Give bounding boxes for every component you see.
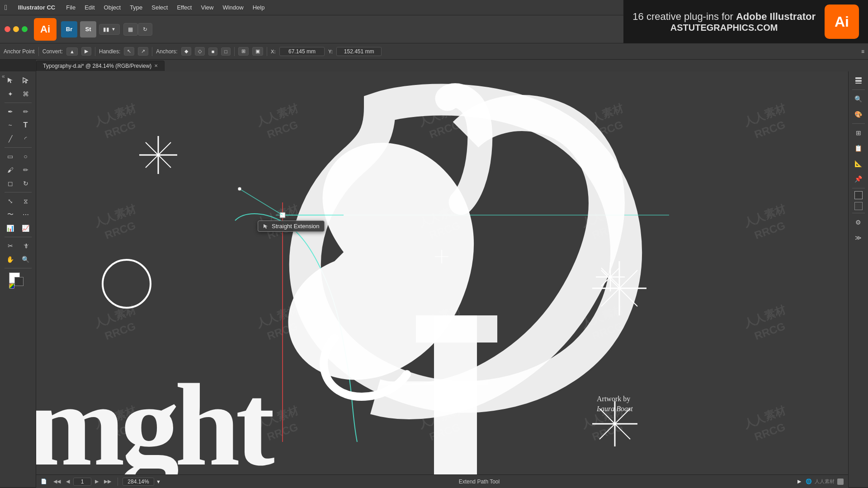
hand-tool[interactable]: ✋ <box>3 253 18 266</box>
menu-help[interactable]: Help <box>248 3 269 12</box>
scale-tool[interactable]: ⤡ <box>3 195 18 207</box>
svg-rect-4 <box>434 315 477 474</box>
selection-tool[interactable] <box>3 74 18 87</box>
paintbrush-tool[interactable]: 🖌 <box>3 164 18 176</box>
panel-separator-3 <box>852 188 865 188</box>
ellipse-tool[interactable]: ○ <box>19 150 33 163</box>
panel-btn-search[interactable]: 🔍 <box>852 93 865 105</box>
direct-selection-tool[interactable] <box>19 74 33 87</box>
panel-btn-color[interactable]: 🎨 <box>852 108 865 121</box>
pen-tool[interactable]: ✒ <box>3 105 18 118</box>
gradient-row: 〜 ⋯ <box>3 208 33 221</box>
line-segment-tool[interactable]: ╱ <box>3 132 18 145</box>
page-input[interactable] <box>73 478 91 486</box>
menu-window[interactable]: Window <box>218 3 248 12</box>
magic-wand-tool[interactable]: ✦ <box>3 88 18 100</box>
stroke-swatch[interactable] <box>854 202 863 210</box>
bridge-icon[interactable]: Br <box>61 21 77 38</box>
select-option[interactable]: ▣ <box>252 47 263 56</box>
handles-btn-2[interactable]: ↗ <box>138 47 148 56</box>
prev-page-btn[interactable]: ◀◀ <box>52 478 62 485</box>
zoom-input[interactable] <box>123 478 154 486</box>
rotate-tool[interactable]: ↻ <box>19 177 33 190</box>
curvature-tool[interactable]: ~ <box>3 119 18 131</box>
stock-icon[interactable]: St <box>80 21 96 38</box>
fill-swatch[interactable] <box>854 191 863 199</box>
handles-btn-1[interactable]: ↖ <box>124 47 134 56</box>
close-button[interactable] <box>5 26 10 32</box>
page-indicator: 📄 <box>41 479 47 484</box>
convert-btn-2[interactable]: ▶ <box>81 47 91 56</box>
brand-line1: 16 creative plug-ins for Adobe Illustrat… <box>632 11 816 23</box>
panel-btn-expand[interactable]: ≫ <box>852 231 865 244</box>
color-swatches[interactable] <box>9 272 27 289</box>
anchors-btn-3[interactable]: ■ <box>208 47 218 56</box>
panel-btn-settings[interactable]: ⚙ <box>852 216 865 229</box>
minimize-button[interactable] <box>13 26 19 32</box>
canvas-area[interactable]: 人人素材RRCG 人人素材RRCG 人人素材RRCG 人人素材RRCG 人人素材… <box>36 71 848 474</box>
convert-btn-1[interactable]: ▲ <box>66 47 78 56</box>
doc-tab-title: Typography-d.ai* @ 284.14% (RGB/Preview) <box>43 63 151 69</box>
panel-btn-4[interactable]: 📌 <box>852 173 865 185</box>
zoom-arrow[interactable]: ▼ <box>156 479 161 484</box>
x-input[interactable] <box>279 47 325 56</box>
extend-tool-arrow[interactable]: ▶ <box>797 479 801 484</box>
menu-view[interactable]: View <box>196 3 218 12</box>
tab-close-btn[interactable]: ✕ <box>154 63 158 68</box>
zoom-tool[interactable]: 🔍 <box>19 253 33 266</box>
menu-type[interactable]: Type <box>125 3 147 12</box>
column-graph-tool[interactable]: 📈 <box>19 222 33 235</box>
y-input[interactable] <box>336 47 382 56</box>
panel-toggle-btn[interactable]: « <box>2 73 5 80</box>
panel-btn-grid[interactable]: ⊞ <box>852 127 865 139</box>
knife-tool[interactable]: 🗡 <box>19 239 33 252</box>
lasso-tool[interactable]: ⌘ <box>19 88 33 100</box>
panel-btn-1[interactable] <box>852 74 865 87</box>
pencil-tool[interactable]: ✏ <box>19 164 33 176</box>
anchors-btn-1[interactable]: ◆ <box>181 47 191 56</box>
tooltip: Straight Extension <box>258 221 325 232</box>
warp-tool[interactable]: 〜 <box>3 208 18 221</box>
next-page-btn[interactable]: ▶▶ <box>102 478 113 485</box>
menu-select[interactable]: Select <box>147 3 172 12</box>
panel-options-btn[interactable]: ≡ <box>861 48 864 55</box>
type-tool[interactable]: T <box>19 119 33 131</box>
arrange-windows-btn[interactable]: ▦ <box>123 23 138 36</box>
document-tab[interactable]: Typography-d.ai* @ 284.14% (RGB/Preview)… <box>36 61 165 71</box>
shape-tools-row: ▭ ○ <box>3 150 33 163</box>
star-top-left <box>139 136 177 174</box>
transform-option[interactable]: ⊞ <box>238 47 249 56</box>
next-btn[interactable]: ▶ <box>93 478 100 485</box>
eraser-tool[interactable]: ◻ <box>3 177 18 190</box>
rectangle-tool[interactable]: ▭ <box>3 150 18 163</box>
panel-btn-3[interactable]: 📐 <box>852 157 865 170</box>
apple-logo[interactable]:  <box>5 4 7 12</box>
clockwork-btn[interactable]: ↻ <box>138 23 152 36</box>
arc-tool[interactable]: ◜ <box>19 132 33 145</box>
anchors-btn-2[interactable]: ◇ <box>195 47 205 56</box>
panel-separator-1 <box>852 89 865 90</box>
prev-btn[interactable]: ◀ <box>64 478 71 485</box>
free-distort-tool[interactable]: ⋯ <box>19 208 33 221</box>
workspace-switcher[interactable]: ▮▮ ▼ <box>99 24 120 35</box>
menu-illustrator-cc[interactable]: Illustrator CC <box>14 3 60 12</box>
traffic-lights <box>5 26 28 32</box>
anchors-btn-4[interactable]: □ <box>221 47 231 56</box>
menu-file[interactable]: File <box>61 3 80 12</box>
add-anchor-tool[interactable]: ✏ <box>19 105 33 118</box>
brand-ai-logo: Ai <box>825 5 859 39</box>
graph-tool[interactable]: 📊 <box>3 222 18 235</box>
selection-tools-row <box>3 74 33 87</box>
illustration-svg: Artwork by Laura Boast <box>36 71 848 474</box>
menu-object[interactable]: Object <box>99 3 126 12</box>
menu-effect[interactable]: Effect <box>172 3 196 12</box>
svg-line-24 <box>601 270 637 306</box>
panel-btn-layers[interactable]: 📋 <box>852 142 865 155</box>
shear-tool[interactable]: ⧖ <box>19 195 33 207</box>
maximize-button[interactable] <box>22 26 28 32</box>
active-tool-label: Extend Path Tool <box>165 479 793 485</box>
scissors-tool[interactable]: ✂ <box>3 239 18 252</box>
curvature-row: ~ T <box>3 119 33 131</box>
svg-line-25 <box>601 270 637 306</box>
menu-edit[interactable]: Edit <box>80 3 99 12</box>
